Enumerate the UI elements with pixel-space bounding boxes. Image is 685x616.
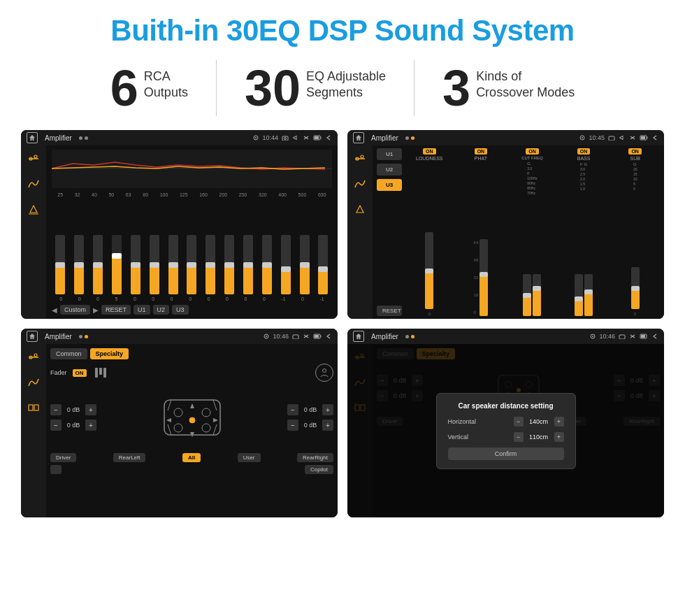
- eq-icon-3[interactable]: [26, 201, 41, 217]
- fader-fl-minus[interactable]: −: [50, 404, 62, 415]
- dialog-horizontal-control: − 140cm +: [514, 417, 564, 427]
- fader-rr-minus[interactable]: −: [287, 420, 298, 431]
- amp-icon-1[interactable]: [352, 151, 368, 166]
- cutfreq-fader2[interactable]: [533, 274, 541, 316]
- eq-u1-btn[interactable]: U1: [134, 305, 150, 315]
- loudness-fader[interactable]: [425, 232, 433, 309]
- fader-fl-plus[interactable]: +: [85, 404, 96, 415]
- dialog-status-bar: Amplifier 10:46: [347, 329, 664, 344]
- eq-slider-3[interactable]: [93, 235, 103, 294]
- amp-side-icons: [347, 145, 373, 319]
- amp-u2-btn[interactable]: U2: [377, 164, 402, 176]
- dialog-horizontal-row: Horizontal − 140cm +: [448, 417, 564, 427]
- cutfreq-fader1[interactable]: [523, 274, 531, 316]
- location-icon: [253, 135, 259, 141]
- cutfreq-on-btn[interactable]: ON: [526, 148, 539, 155]
- amp-reset-btn[interactable]: RESET: [377, 306, 402, 316]
- eq-icon-2[interactable]: [26, 176, 41, 192]
- fader-back-icon: [325, 334, 332, 339]
- fader-fl-db: − 0 dB +: [50, 404, 96, 415]
- eq-slider-12[interactable]: [262, 235, 272, 294]
- eq-controls-row: ◀ Custom ▶ RESET U1 U2 U3: [52, 305, 332, 315]
- fader-all-btn[interactable]: All: [182, 453, 201, 462]
- fader-copilot-btn[interactable]: Copilot: [305, 465, 333, 474]
- eq-prev-btn[interactable]: ◀: [52, 306, 57, 314]
- eq-status-title: Amplifier: [45, 134, 72, 142]
- fader-on-badge[interactable]: ON: [73, 369, 87, 377]
- amp-icon-2[interactable]: [352, 176, 368, 192]
- dialog-vertical-control: − 110cm +: [514, 432, 564, 442]
- eq-slider-8[interactable]: [187, 235, 196, 294]
- fader-rr-plus[interactable]: +: [322, 420, 333, 431]
- eq-custom-btn[interactable]: Custom: [60, 305, 90, 315]
- amp-back-icon: [651, 135, 658, 141]
- dialog-vertical-label: Vertical: [448, 434, 469, 440]
- fader-tab-common[interactable]: Common: [50, 348, 87, 359]
- bass-fader2[interactable]: [584, 274, 593, 316]
- dialog-camera-icon: [619, 334, 626, 339]
- eq-next-btn[interactable]: ▶: [93, 306, 99, 314]
- fader-fr-minus[interactable]: −: [287, 404, 298, 415]
- bass-fader1[interactable]: [575, 274, 583, 316]
- freq-320: 320: [259, 192, 267, 197]
- amp-status-title: Amplifier: [371, 134, 398, 142]
- loudness-label: LOUDNESS: [416, 156, 443, 161]
- dialog-confirm-button[interactable]: Confirm: [448, 447, 564, 460]
- dialog-vertical-minus[interactable]: −: [514, 432, 524, 442]
- eq-u3-btn[interactable]: U3: [172, 305, 189, 315]
- loudness-on-btn[interactable]: ON: [423, 148, 436, 155]
- eq-slider-11[interactable]: [243, 235, 253, 294]
- fader-fr-plus[interactable]: +: [322, 404, 333, 415]
- dialog-vertical-plus[interactable]: +: [554, 432, 564, 442]
- fader-status-right: 10:46: [264, 333, 332, 340]
- eq-slider-7[interactable]: [168, 235, 178, 294]
- fader-camera-icon: [292, 334, 299, 339]
- phat-on-btn[interactable]: ON: [475, 148, 488, 155]
- eq-icon-1[interactable]: [26, 151, 41, 166]
- fader-rl-value: 0 dB: [64, 422, 83, 429]
- fader-icon-2[interactable]: [26, 375, 41, 390]
- stat-number-eq: 30: [245, 63, 301, 113]
- sub-fader[interactable]: [631, 267, 640, 309]
- fader-driver-btn[interactable]: Driver: [50, 453, 76, 462]
- eq-slider-1[interactable]: [55, 235, 65, 294]
- dialog-horizontal-minus[interactable]: −: [514, 417, 524, 427]
- sub-on-btn[interactable]: ON: [628, 148, 642, 155]
- amp-icon-3[interactable]: [352, 201, 368, 217]
- eq-screen-card: Amplifier 10:44: [21, 130, 338, 319]
- eq-slider-13[interactable]: [281, 235, 291, 294]
- bass-on-btn[interactable]: ON: [577, 148, 591, 155]
- svg-marker-54: [166, 418, 171, 422]
- eq-slider-5[interactable]: [131, 235, 140, 294]
- eq-u2-btn[interactable]: U2: [153, 305, 170, 315]
- eq-slider-9[interactable]: [206, 235, 215, 294]
- amp-u3-btn[interactable]: U3: [377, 179, 402, 191]
- fader-rl-plus[interactable]: +: [85, 420, 96, 431]
- stat-eq: 30 EQ AdjustableSegments: [217, 63, 414, 113]
- amp-channel-bass: ON BASS F G 3.0 2.5 2.0 1.5 1.0: [559, 148, 609, 316]
- dialog-dot-1: [405, 335, 409, 338]
- svg-point-51: [189, 417, 195, 423]
- eq-slider-14[interactable]: [300, 235, 310, 294]
- fader-rearleft-btn[interactable]: RearLeft: [113, 453, 146, 462]
- fader-user-btn[interactable]: User: [238, 453, 261, 462]
- eq-slider-15[interactable]: [318, 235, 328, 294]
- fader-icon-3[interactable]: [26, 400, 41, 415]
- amp-home-icon: [353, 132, 364, 143]
- fader-icon-1[interactable]: [26, 350, 41, 365]
- fader-rl-minus[interactable]: −: [50, 420, 62, 431]
- fader-copilot-row: Copilot: [50, 465, 333, 474]
- amp-battery-icon: [640, 135, 648, 141]
- svg-point-47: [174, 408, 182, 417]
- fader-tab-specialty[interactable]: Specialty: [90, 348, 129, 359]
- amp-u1-btn[interactable]: U1: [377, 148, 402, 160]
- phat-fader[interactable]: [480, 239, 488, 316]
- eq-slider-4[interactable]: [112, 235, 122, 294]
- eq-slider-6[interactable]: [150, 235, 159, 294]
- eq-reset-btn[interactable]: RESET: [101, 305, 131, 315]
- eq-slider-10[interactable]: [224, 235, 234, 294]
- fader-rearright-btn[interactable]: RearRight: [297, 453, 333, 462]
- dialog-horizontal-plus[interactable]: +: [554, 417, 564, 427]
- eq-slider-2[interactable]: [74, 235, 84, 294]
- close-icon-eq: [303, 135, 310, 141]
